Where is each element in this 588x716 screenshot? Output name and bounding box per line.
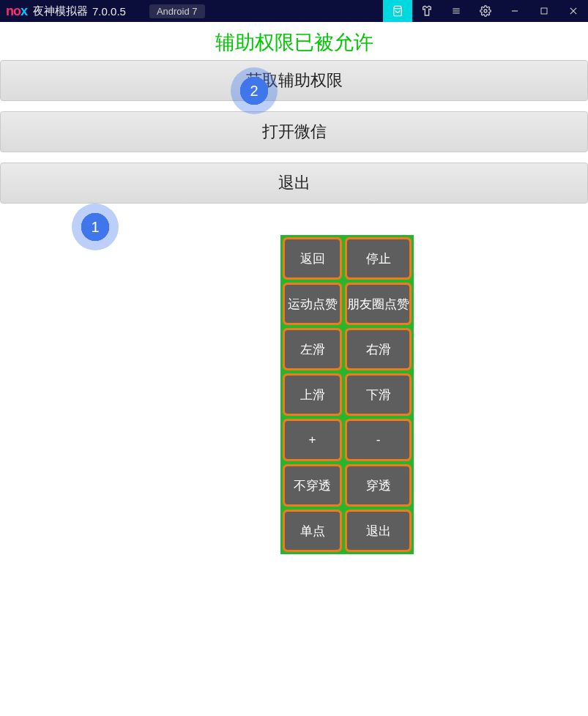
swipe-up-button[interactable]: 上滑 [285, 376, 340, 414]
logo-part1: no [6, 4, 21, 18]
accessibility-status: 辅助权限已被允许 [0, 29, 588, 56]
minus-button[interactable]: - [347, 421, 409, 459]
moments-like-button[interactable]: 朋友圈点赞 [347, 285, 409, 323]
get-accessibility-button[interactable]: 获取辅助权限 [0, 60, 588, 101]
app-name: 夜神模拟器 [33, 4, 88, 18]
svg-point-3 [484, 10, 487, 12]
android-badge: Android 7 [149, 4, 205, 18]
gear-icon[interactable] [471, 0, 500, 22]
back-button[interactable]: 返回 [285, 239, 340, 277]
passthrough-button[interactable]: 穿透 [347, 466, 409, 504]
step-badge-1: 1 [72, 204, 119, 250]
logo-part2: x [21, 4, 27, 18]
nox-logo: nox [6, 4, 27, 19]
app-version: 7.0.0.5 [92, 5, 126, 18]
maximize-icon[interactable] [529, 0, 559, 22]
svg-rect-5 [541, 8, 547, 14]
exit-button[interactable]: 退出 [0, 163, 588, 204]
shopping-bag-icon[interactable] [383, 0, 412, 22]
window-controls [383, 0, 588, 22]
shirt-icon[interactable] [412, 0, 442, 22]
swipe-right-button[interactable]: 右滑 [347, 330, 409, 368]
minimize-icon[interactable] [500, 0, 529, 22]
emulator-titlebar: nox 夜神模拟器 7.0.0.5 Android 7 [0, 0, 588, 22]
single-tap-button[interactable]: 单点 [285, 512, 340, 550]
open-wechat-button[interactable]: 打开微信 [0, 111, 588, 152]
swipe-down-button[interactable]: 下滑 [347, 376, 409, 414]
sport-like-button[interactable]: 运动点赞 [285, 285, 340, 323]
menu-icon[interactable] [442, 0, 471, 22]
step-badge-2: 2 [231, 67, 278, 114]
no-passthrough-button[interactable]: 不穿透 [285, 466, 340, 504]
close-icon[interactable] [559, 0, 588, 22]
floating-control-panel: 返回 停止 运动点赞 朋友圈点赞 左滑 右滑 上滑 下滑 + - 不穿透 穿透 … [280, 235, 414, 554]
plus-button[interactable]: + [285, 421, 340, 459]
stop-button[interactable]: 停止 [347, 239, 409, 277]
swipe-left-button[interactable]: 左滑 [285, 330, 340, 368]
panel-exit-button[interactable]: 退出 [347, 512, 409, 550]
